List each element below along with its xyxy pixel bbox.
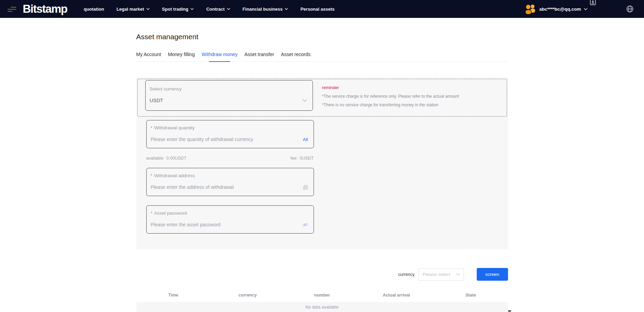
asset-tabs: My Account Money filling Withdraw money … (136, 52, 508, 62)
required-asterisk: * (151, 211, 152, 216)
withdrawal-quantity-field: * Withdrawal quantity All (146, 120, 314, 148)
col-number: number (285, 293, 359, 298)
reminder-block: reminder *The service charge is for refe… (322, 79, 459, 116)
chevron-down-icon (302, 99, 307, 102)
user-area: abc****bc@qq.com (524, 3, 634, 15)
nav-item-contract[interactable]: Contract (206, 7, 230, 12)
chevron-down-icon (285, 8, 288, 10)
chevron-down-icon (190, 8, 194, 10)
eye-slash-icon[interactable] (302, 223, 308, 227)
select-currency-dropdown[interactable]: Select currency USDT (145, 80, 313, 111)
account-menu[interactable]: abc****bc@qq.com (539, 7, 588, 12)
tab-money-filling[interactable]: Money filling (168, 52, 195, 62)
withdrawal-address-label: Withdrawal address (154, 173, 195, 178)
available-label: available: (146, 156, 165, 161)
download-icon[interactable] (590, 0, 596, 6)
hamburger-menu-icon[interactable] (8, 7, 18, 12)
screen-button[interactable]: screen (477, 268, 508, 281)
user-avatar-icon[interactable] (524, 3, 537, 15)
language-globe-icon[interactable] (626, 5, 634, 13)
fee-label: fee: (291, 156, 298, 161)
currency-reminder-group: Select currency USDT reminder *The servi… (137, 79, 507, 117)
asset-management-page: Asset management My Account Money fillin… (136, 33, 508, 312)
nav-item-legal-market[interactable]: Legal market (116, 7, 149, 12)
tab-my-account[interactable]: My Account (136, 52, 161, 62)
asset-password-field: * Asset password (146, 205, 314, 234)
tab-asset-records[interactable]: Asset records (281, 52, 310, 62)
nav-item-personal-assets[interactable]: Personal assets (300, 7, 335, 12)
paste-copy-icon[interactable] (303, 185, 308, 190)
chevron-down-icon (584, 8, 588, 10)
asset-password-input[interactable] (151, 222, 299, 227)
col-currency: currency (211, 293, 285, 298)
reminder-title: reminder (322, 85, 459, 90)
withdraw-form-panel: Select currency USDT reminder *The servi… (136, 77, 508, 249)
reminder-line: *There is no service charge for transfer… (322, 103, 459, 107)
records-table-header: Time currency number Actual arrival Stat… (136, 293, 508, 298)
reminder-line: *The service charge is for reference onl… (322, 94, 459, 99)
asset-password-label: Asset password (154, 211, 187, 216)
currency-filter-select[interactable]: Please select (418, 268, 464, 281)
no-data-text: No data available (305, 305, 339, 310)
top-navbar: Bitstamp quotation Legal market Spot tra… (0, 0, 644, 18)
currency-filter-label: currency (398, 272, 415, 277)
tab-asset-transfer[interactable]: Asset transfer (244, 52, 274, 62)
nav-item-quotation[interactable]: quotation (84, 7, 104, 12)
col-actual-arrival: Actual arrival (359, 293, 434, 298)
available-value: 0.00USDT (166, 156, 186, 161)
select-currency-label: Select currency (150, 86, 307, 92)
withdrawal-address-field: * Withdrawal address (146, 168, 314, 196)
records-filter-row: currency Please select screen (136, 268, 508, 281)
required-asterisk: * (151, 125, 152, 130)
brand-logo[interactable]: Bitstamp (23, 0, 67, 18)
fee-value: 0USDT (300, 156, 314, 161)
select-placeholder: Please select (423, 272, 456, 277)
chevron-down-icon (146, 8, 150, 10)
main-nav: quotation Legal market Spot trading Cont… (84, 7, 335, 12)
empty-table-row: No data available (136, 302, 508, 312)
chevron-down-icon (456, 273, 460, 276)
horizontal-scrollbar-thumb[interactable] (508, 310, 511, 312)
nav-item-financial-business[interactable]: Financial business (243, 7, 288, 12)
page-title: Asset management (136, 33, 508, 41)
chevron-down-icon (227, 8, 230, 10)
required-asterisk: * (151, 173, 152, 178)
user-email-text: abc****bc@qq.com (539, 7, 581, 12)
col-time: Time (136, 293, 211, 298)
all-link[interactable]: All (303, 137, 308, 142)
withdrawal-quantity-input[interactable] (151, 137, 299, 142)
tab-withdraw-money[interactable]: Withdraw money (202, 52, 237, 62)
withdrawal-quantity-label: Withdrawal quantity (154, 125, 195, 130)
col-state: State (434, 293, 508, 298)
available-fee-row: available: 0.00USDT fee: 0USDT (146, 156, 314, 161)
selected-currency-value: USDT (150, 98, 302, 103)
nav-item-spot-trading[interactable]: Spot trading (162, 7, 194, 12)
withdrawal-address-input[interactable] (151, 184, 299, 190)
